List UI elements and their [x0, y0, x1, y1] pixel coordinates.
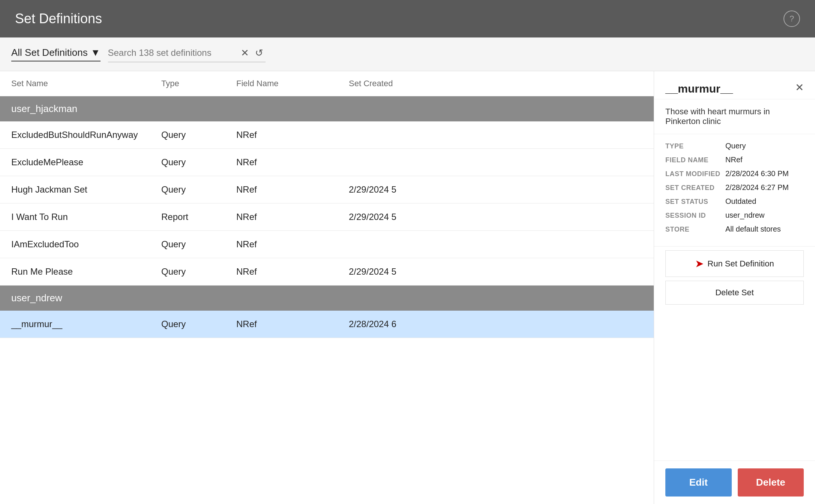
cell-type: Query — [161, 130, 236, 140]
table-row[interactable]: __murmur__ Query NRef 2/28/2024 6 — [0, 311, 654, 338]
field-value-last-modified: 2/28/2024 6:30 PM — [725, 169, 804, 178]
clear-search-button[interactable]: ✕ — [240, 46, 250, 60]
col-header-set-name: Set Name — [11, 79, 161, 88]
cell-set-name: ExcludeMePlease — [11, 157, 161, 168]
edit-button[interactable]: Edit — [665, 468, 732, 497]
detail-field-row: SET STATUS Outdated — [665, 197, 804, 206]
detail-footer: Edit Delete — [654, 461, 815, 504]
cell-field-name: NRef — [236, 130, 349, 140]
col-header-set-created: Set Created — [349, 79, 461, 88]
close-detail-button[interactable]: ✕ — [795, 82, 804, 93]
detail-field-row: LAST MODIFIED 2/28/2024 6:30 PM — [665, 169, 804, 178]
field-value-store: All default stores — [725, 225, 804, 233]
group-row: user_hjackman — [0, 96, 654, 121]
cell-set-created — [349, 130, 461, 140]
cell-set-name: __murmur__ — [11, 319, 161, 329]
toolbar: All Set Definitions ▼ ✕ ↺ — [0, 37, 815, 71]
run-set-label: Run Set Definition — [707, 259, 774, 269]
filter-dropdown[interactable]: All Set Definitions ▼ — [11, 47, 101, 61]
page-title: Set Definitions — [15, 11, 102, 27]
table-row[interactable]: ExcludeMePlease Query NRef — [0, 149, 654, 176]
col-header-type: Type — [161, 79, 236, 88]
detail-panel: __murmur__ ✕ Those with heart murmurs in… — [654, 71, 815, 504]
cell-set-name: ExcludedButShouldRunAnyway — [11, 130, 161, 140]
field-label-last-modified: LAST MODIFIED — [665, 169, 725, 178]
cell-type: Query — [161, 319, 236, 329]
run-set-definition-button[interactable]: ➤ Run Set Definition — [665, 250, 804, 277]
detail-field-row: FIELD NAME NRef — [665, 156, 804, 164]
table-row[interactable]: Run Me Please Query NRef 2/29/2024 5 — [0, 258, 654, 286]
table-row[interactable]: I Want To Run Report NRef 2/29/2024 5 — [0, 203, 654, 231]
table-header: Set Name Type Field Name Set Created — [0, 71, 654, 96]
cell-set-created: 2/29/2024 5 — [349, 184, 461, 195]
search-input[interactable] — [108, 48, 236, 58]
delete-set-label: Delete Set — [715, 288, 754, 297]
arrow-right-icon: ➤ — [695, 257, 704, 270]
cell-type: Query — [161, 184, 236, 195]
content-area: Set Name Type Field Name Set Created use… — [0, 71, 815, 504]
field-value-field-name: NRef — [725, 156, 804, 164]
cell-field-name: NRef — [236, 212, 349, 222]
filter-label: All Set Definitions — [11, 47, 88, 58]
cell-set-created — [349, 157, 461, 168]
field-label-set-status: SET STATUS — [665, 197, 725, 206]
col-header-field-name: Field Name — [236, 79, 349, 88]
refresh-button[interactable]: ↺ — [254, 46, 264, 60]
delete-set-button[interactable]: Delete Set — [665, 281, 804, 305]
table-row[interactable]: Hugh Jackman Set Query NRef 2/29/2024 5 — [0, 176, 654, 203]
field-value-session-id: user_ndrew — [725, 211, 804, 220]
table-section: Set Name Type Field Name Set Created use… — [0, 71, 654, 504]
detail-field-row: SESSION ID user_ndrew — [665, 211, 804, 220]
field-value-type: Query — [725, 142, 804, 150]
search-bar: ✕ ↺ — [108, 46, 266, 62]
field-label-set-created: SET CREATED — [665, 183, 725, 192]
detail-field-row: TYPE Query — [665, 142, 804, 150]
chevron-down-icon: ▼ — [91, 47, 101, 58]
detail-fields: TYPE Query FIELD NAME NRef LAST MODIFIED… — [654, 134, 815, 247]
app-header: Set Definitions ? — [0, 0, 815, 37]
field-value-set-created: 2/28/2024 6:27 PM — [725, 183, 804, 192]
cell-type: Query — [161, 266, 236, 277]
detail-field-row: STORE All default stores — [665, 225, 804, 233]
cell-set-created: 2/29/2024 5 — [349, 212, 461, 222]
delete-button[interactable]: Delete — [738, 468, 804, 497]
delete-set-section: Delete Set — [654, 277, 815, 308]
cell-set-name: IAmExcludedToo — [11, 239, 161, 250]
cell-set-name: Hugh Jackman Set — [11, 184, 161, 195]
run-set-section: ➤ Run Set Definition — [654, 247, 815, 277]
field-label-field-name: FIELD NAME — [665, 156, 725, 164]
cell-type: Query — [161, 157, 236, 168]
cell-type: Query — [161, 239, 236, 250]
group-row: user_ndrew — [0, 286, 654, 311]
cell-field-name: NRef — [236, 184, 349, 195]
detail-title: __murmur__ — [665, 82, 733, 95]
cell-set-created: 2/29/2024 5 — [349, 266, 461, 277]
group-name: user_ndrew — [11, 292, 62, 304]
cell-set-created: 2/28/2024 6 — [349, 319, 461, 329]
field-label-type: TYPE — [665, 142, 725, 150]
detail-description: Those with heart murmurs in Pinkerton cl… — [654, 99, 815, 134]
field-label-store: STORE — [665, 225, 725, 233]
cell-set-created — [349, 239, 461, 250]
field-label-session-id: SESSION ID — [665, 211, 725, 220]
field-value-set-status: Outdated — [725, 197, 804, 206]
cell-type: Report — [161, 212, 236, 222]
close-icon: ✕ — [795, 82, 804, 93]
table-row[interactable]: ExcludedButShouldRunAnyway Query NRef — [0, 121, 654, 149]
detail-field-row: SET CREATED 2/28/2024 6:27 PM — [665, 183, 804, 192]
cell-field-name: NRef — [236, 319, 349, 329]
cell-set-name: I Want To Run — [11, 212, 161, 222]
detail-header: __murmur__ ✕ — [654, 71, 815, 99]
cell-field-name: NRef — [236, 266, 349, 277]
cell-field-name: NRef — [236, 239, 349, 250]
help-button[interactable]: ? — [783, 10, 800, 27]
group-name: user_hjackman — [11, 103, 77, 114]
cell-set-name: Run Me Please — [11, 266, 161, 277]
table-row[interactable]: IAmExcludedToo Query NRef — [0, 231, 654, 258]
cell-field-name: NRef — [236, 157, 349, 168]
